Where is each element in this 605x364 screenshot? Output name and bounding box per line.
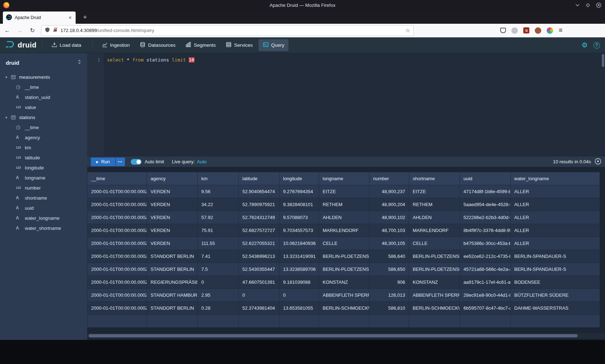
- nav-segments[interactable]: Segments: [181, 39, 220, 51]
- table-cell[interactable]: 2000-01-01T00:00:00.000Z: [88, 276, 147, 289]
- insecure-lock-icon[interactable]: [53, 27, 58, 34]
- query-code[interactable]: select * from stations limit 10: [107, 56, 194, 63]
- table-cell[interactable]: STANDORT HAMBURG: [147, 289, 198, 302]
- table-cell[interactable]: STANDORT BERLIN: [147, 302, 198, 315]
- ublock-extension-icon[interactable]: u: [523, 27, 529, 33]
- window-shade-button[interactable]: [575, 3, 580, 7]
- table-cell[interactable]: KONSTANZ: [409, 276, 460, 289]
- table-cell[interactable]: ALLER: [511, 198, 600, 211]
- sidebar-column-latitude[interactable]: 123latitude: [0, 153, 87, 163]
- table-cell[interactable]: BERLIN-PLOETZENSEE C: [319, 250, 369, 263]
- table-cell[interactable]: VERDEN: [147, 185, 198, 198]
- table-cell[interactable]: 52.9040654474: [239, 185, 279, 198]
- settings-gear-icon[interactable]: ⚙: [582, 42, 588, 49]
- table-cell[interactable]: VERDEN: [147, 224, 198, 237]
- table-cell[interactable]: 906: [369, 276, 409, 289]
- table-cell[interactable]: 52.6827572727: [239, 224, 279, 237]
- column-header-shortname[interactable]: shortname: [409, 172, 460, 185]
- table-cell[interactable]: 7.5: [198, 263, 239, 276]
- table-cell[interactable]: BERLIN-SCHMOECKWITZ: [409, 302, 460, 315]
- column-header-longname[interactable]: longname: [319, 172, 369, 185]
- table-cell[interactable]: 47174d8f-1b8e-4599-8a: [460, 185, 511, 198]
- sidebar-column-__time[interactable]: __time: [0, 82, 87, 92]
- table-cell[interactable]: 6b595707-8c47-4bc7-a8: [460, 302, 511, 315]
- column-header-longitude[interactable]: longitude: [279, 172, 319, 185]
- table-cell[interactable]: BERLIN-PLOETZENSEE U: [409, 263, 460, 276]
- table-cell[interactable]: 75.91: [198, 224, 239, 237]
- table-cell[interactable]: 52.6227055321: [239, 237, 279, 250]
- reload-button[interactable]: ↻: [27, 25, 38, 36]
- table-cell[interactable]: 13.3231419091: [279, 250, 319, 263]
- table-cell[interactable]: 28ec91e8-90c0-44d1-8f: [460, 289, 511, 302]
- table-cell[interactable]: 52.7890975921: [239, 198, 279, 211]
- sidebar-column-__time[interactable]: __time: [0, 122, 87, 132]
- table-cell[interactable]: 9.181039088: [279, 276, 319, 289]
- chevron-down-icon[interactable]: ▾: [5, 75, 11, 79]
- sidebar-column-number[interactable]: 123number: [0, 183, 87, 193]
- horizontal-scrollbar[interactable]: [89, 334, 578, 337]
- table-cell[interactable]: 48,900,237: [369, 185, 409, 198]
- sidebar-column-uuid[interactable]: Auuid: [0, 203, 87, 213]
- table-cell[interactable]: ee52ce62-212c-4735-b4: [460, 250, 511, 263]
- sidebar-table-stations[interactable]: ▾stations: [0, 112, 87, 122]
- back-button[interactable]: ←: [2, 25, 13, 36]
- table-cell[interactable]: 5aaed954-de4e-4528-8f: [460, 198, 511, 211]
- table-cell[interactable]: BERLIN-PLOETZENSEE U: [319, 263, 369, 276]
- column-header-agency[interactable]: agency: [147, 172, 198, 185]
- table-cell[interactable]: aa9179c1-17ef-4c61-a48: [460, 276, 511, 289]
- tab-close-button[interactable]: ×: [68, 15, 72, 21]
- table-cell[interactable]: BODENSEE: [511, 276, 600, 289]
- datasource-header[interactable]: druid: [0, 53, 87, 72]
- table-cell[interactable]: 45721a68-566c-4e2a-a6: [460, 263, 511, 276]
- url-bar[interactable]: 172.18.0.4:30899/unified-console.html#qu…: [41, 25, 414, 36]
- save-extension-icon[interactable]: [500, 28, 506, 33]
- table-cell[interactable]: 2000-01-01T00:00:00.000Z: [88, 263, 147, 276]
- table-cell[interactable]: 2000-01-01T00:00:00.000Z: [88, 302, 147, 315]
- table-cell[interactable]: 2000-01-01T00:00:00.000Z: [88, 250, 147, 263]
- table-cell[interactable]: KONSTANZ: [319, 276, 369, 289]
- table-cell[interactable]: RETHEM: [319, 198, 369, 211]
- table-cell[interactable]: VERDEN: [147, 237, 198, 250]
- table-cell[interactable]: BERLIN-SPANDAUER-S: [511, 263, 600, 276]
- table-cell[interactable]: 9.57088073: [279, 211, 319, 224]
- table-cell[interactable]: VERDEN: [147, 211, 198, 224]
- table-cell[interactable]: AHLDEN: [319, 211, 369, 224]
- table-cell[interactable]: STANDORT BERLIN: [147, 263, 198, 276]
- table-cell[interactable]: 522286e2-b2b3-4d0d-9a: [460, 211, 511, 224]
- column-header-water_longname[interactable]: water_longname: [511, 172, 600, 185]
- browser-tab[interactable]: Apache Druid ×: [3, 12, 76, 24]
- brown-circle-extension-icon[interactable]: [535, 27, 541, 34]
- table-cell[interactable]: 586,640: [369, 250, 409, 263]
- table-cell[interactable]: 48,700,103: [369, 224, 409, 237]
- table-cell[interactable]: BERLIN-PLOETZENSEE C: [409, 250, 460, 263]
- table-cell[interactable]: 111.55: [198, 237, 239, 250]
- table-cell[interactable]: 586,650: [369, 263, 409, 276]
- table-cell[interactable]: RETHEM: [409, 198, 460, 211]
- table-cell[interactable]: 52.7624312749: [239, 211, 279, 224]
- editor-scrollbar[interactable]: [602, 54, 604, 67]
- table-cell[interactable]: 13.3238589706: [279, 263, 319, 276]
- table-cell[interactable]: 0: [198, 276, 239, 289]
- table-cell[interactable]: CELLE: [409, 237, 460, 250]
- table-cell[interactable]: 52.5430355447: [239, 263, 279, 276]
- column-header-km[interactable]: km: [198, 172, 239, 185]
- table-cell[interactable]: 0: [279, 289, 319, 302]
- table-cell[interactable]: AHLDEN: [409, 211, 460, 224]
- nav-query[interactable]: Query: [259, 39, 289, 51]
- sidebar-table-measurements[interactable]: ▾measurements: [0, 72, 87, 82]
- sidebar-column-shortname[interactable]: Ashortname: [0, 193, 87, 203]
- table-cell[interactable]: STANDORT BERLIN: [147, 250, 198, 263]
- table-cell[interactable]: 9.3828408101: [279, 198, 319, 211]
- column-header-uuid[interactable]: uuid: [460, 172, 511, 185]
- table-cell[interactable]: 586,810: [369, 302, 409, 315]
- column-header-__time[interactable]: __time: [88, 172, 147, 185]
- table-cell[interactable]: 47.6607501391: [239, 276, 279, 289]
- table-cell[interactable]: 52.5436996213: [239, 250, 279, 263]
- table-cell[interactable]: 52.3743981404: [239, 302, 279, 315]
- table-cell[interactable]: 0: [239, 289, 279, 302]
- sidebar-column-value[interactable]: 123value: [0, 102, 87, 112]
- table-cell[interactable]: 48,300,105: [369, 237, 409, 250]
- auto-limit-toggle[interactable]: [131, 159, 142, 165]
- table-cell[interactable]: 13.653581055: [279, 302, 319, 315]
- table-cell[interactable]: 2000-01-01T00:00:00.000Z: [88, 289, 147, 302]
